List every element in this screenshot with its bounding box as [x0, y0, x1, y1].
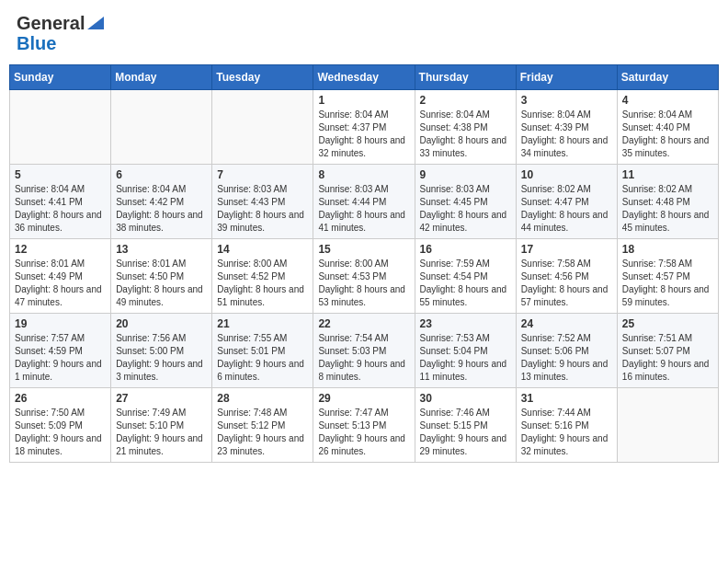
day-number: 25 [622, 317, 713, 330]
day-info: Sunrise: 8:04 AM Sunset: 4:39 PM Dayligh… [521, 109, 612, 160]
calendar-cell: 5Sunrise: 8:04 AM Sunset: 4:41 PM Daylig… [10, 165, 111, 239]
calendar-cell: 7Sunrise: 8:03 AM Sunset: 4:43 PM Daylig… [212, 165, 313, 239]
day-info: Sunrise: 7:58 AM Sunset: 4:56 PM Dayligh… [521, 258, 612, 309]
day-number: 6 [116, 168, 207, 181]
weekday-header: Friday [516, 65, 617, 90]
day-number: 26 [15, 392, 106, 405]
calendar-week-row: 5Sunrise: 8:04 AM Sunset: 4:41 PM Daylig… [10, 165, 719, 239]
calendar-cell [10, 90, 111, 165]
day-info: Sunrise: 8:03 AM Sunset: 4:45 PM Dayligh… [420, 183, 511, 235]
day-info: Sunrise: 8:04 AM Sunset: 4:38 PM Dayligh… [420, 109, 511, 160]
calendar-cell: 11Sunrise: 8:02 AM Sunset: 4:48 PM Dayli… [617, 165, 718, 239]
calendar-table: SundayMondayTuesdayWednesdayThursdayFrid… [9, 64, 719, 463]
calendar-cell: 6Sunrise: 8:04 AM Sunset: 4:42 PM Daylig… [111, 165, 212, 239]
day-info: Sunrise: 7:47 AM Sunset: 5:13 PM Dayligh… [318, 407, 409, 458]
day-number: 15 [318, 243, 409, 256]
weekday-header: Sunday [10, 65, 111, 90]
day-number: 23 [420, 317, 511, 330]
day-info: Sunrise: 8:04 AM Sunset: 4:37 PM Dayligh… [318, 109, 409, 160]
day-info: Sunrise: 7:48 AM Sunset: 5:12 PM Dayligh… [217, 407, 308, 458]
calendar-cell: 16Sunrise: 7:59 AM Sunset: 4:54 PM Dayli… [415, 239, 516, 314]
day-number: 28 [217, 392, 308, 405]
day-info: Sunrise: 8:02 AM Sunset: 4:48 PM Dayligh… [622, 183, 713, 235]
day-info: Sunrise: 8:01 AM Sunset: 4:49 PM Dayligh… [15, 258, 106, 309]
day-number: 1 [318, 94, 409, 107]
day-number: 11 [622, 168, 713, 181]
day-info: Sunrise: 7:49 AM Sunset: 5:10 PM Dayligh… [116, 407, 207, 458]
day-number: 4 [622, 94, 713, 107]
day-info: Sunrise: 7:50 AM Sunset: 5:09 PM Dayligh… [15, 407, 106, 458]
calendar-cell: 20Sunrise: 7:56 AM Sunset: 5:00 PM Dayli… [111, 314, 212, 388]
calendar-cell [617, 388, 718, 463]
calendar-week-row: 12Sunrise: 8:01 AM Sunset: 4:49 PM Dayli… [10, 239, 719, 314]
day-number: 30 [420, 392, 511, 405]
svg-marker-0 [87, 17, 104, 29]
day-info: Sunrise: 8:04 AM Sunset: 4:41 PM Dayligh… [15, 183, 106, 235]
calendar-cell: 12Sunrise: 8:01 AM Sunset: 4:49 PM Dayli… [10, 239, 111, 314]
calendar-cell: 19Sunrise: 7:57 AM Sunset: 4:59 PM Dayli… [10, 314, 111, 388]
day-number: 14 [217, 243, 308, 256]
day-number: 8 [318, 168, 409, 181]
calendar-cell: 29Sunrise: 7:47 AM Sunset: 5:13 PM Dayli… [313, 388, 415, 463]
day-info: Sunrise: 7:57 AM Sunset: 4:59 PM Dayligh… [15, 332, 106, 384]
day-number: 18 [622, 243, 713, 256]
calendar-cell: 2Sunrise: 8:04 AM Sunset: 4:38 PM Daylig… [415, 90, 516, 165]
calendar-cell: 10Sunrise: 8:02 AM Sunset: 4:47 PM Dayli… [516, 165, 617, 239]
day-info: Sunrise: 7:56 AM Sunset: 5:00 PM Dayligh… [116, 332, 207, 384]
weekday-header: Wednesday [313, 65, 415, 90]
day-number: 27 [116, 392, 207, 405]
calendar-week-row: 19Sunrise: 7:57 AM Sunset: 4:59 PM Dayli… [10, 314, 719, 388]
logo-icon [87, 13, 104, 29]
day-info: Sunrise: 8:03 AM Sunset: 4:43 PM Dayligh… [217, 183, 308, 235]
calendar-cell: 28Sunrise: 7:48 AM Sunset: 5:12 PM Dayli… [212, 388, 313, 463]
day-info: Sunrise: 7:44 AM Sunset: 5:16 PM Dayligh… [521, 407, 612, 458]
calendar-cell: 15Sunrise: 8:00 AM Sunset: 4:53 PM Dayli… [313, 239, 415, 314]
calendar-cell: 30Sunrise: 7:46 AM Sunset: 5:15 PM Dayli… [415, 388, 516, 463]
calendar-week-row: 26Sunrise: 7:50 AM Sunset: 5:09 PM Dayli… [10, 388, 719, 463]
day-info: Sunrise: 7:54 AM Sunset: 5:03 PM Dayligh… [318, 332, 409, 384]
day-info: Sunrise: 8:01 AM Sunset: 4:50 PM Dayligh… [116, 258, 207, 309]
page-header: General Blue [9, 9, 719, 57]
calendar-cell [111, 90, 212, 165]
day-number: 3 [521, 94, 612, 107]
weekday-header: Saturday [617, 65, 718, 90]
day-number: 10 [521, 168, 612, 181]
calendar-cell: 3Sunrise: 8:04 AM Sunset: 4:39 PM Daylig… [516, 90, 617, 165]
day-info: Sunrise: 7:52 AM Sunset: 5:06 PM Dayligh… [521, 332, 612, 384]
day-number: 31 [521, 392, 612, 405]
day-info: Sunrise: 7:55 AM Sunset: 5:01 PM Dayligh… [217, 332, 308, 384]
calendar-cell: 17Sunrise: 7:58 AM Sunset: 4:56 PM Dayli… [516, 239, 617, 314]
calendar-cell: 23Sunrise: 7:53 AM Sunset: 5:04 PM Dayli… [415, 314, 516, 388]
calendar-cell [212, 90, 313, 165]
day-number: 12 [15, 243, 106, 256]
day-number: 21 [217, 317, 308, 330]
weekday-header: Monday [111, 65, 212, 90]
calendar-cell: 22Sunrise: 7:54 AM Sunset: 5:03 PM Dayli… [313, 314, 415, 388]
calendar-cell: 31Sunrise: 7:44 AM Sunset: 5:16 PM Dayli… [516, 388, 617, 463]
day-number: 24 [521, 317, 612, 330]
day-info: Sunrise: 8:04 AM Sunset: 4:42 PM Dayligh… [116, 183, 207, 235]
day-number: 19 [15, 317, 106, 330]
calendar-cell: 4Sunrise: 8:04 AM Sunset: 4:40 PM Daylig… [617, 90, 718, 165]
calendar-cell: 8Sunrise: 8:03 AM Sunset: 4:44 PM Daylig… [313, 165, 415, 239]
weekday-header: Thursday [415, 65, 516, 90]
day-number: 5 [15, 168, 106, 181]
calendar-cell: 27Sunrise: 7:49 AM Sunset: 5:10 PM Dayli… [111, 388, 212, 463]
day-number: 16 [420, 243, 511, 256]
day-info: Sunrise: 8:02 AM Sunset: 4:47 PM Dayligh… [521, 183, 612, 235]
calendar-cell: 24Sunrise: 7:52 AM Sunset: 5:06 PM Dayli… [516, 314, 617, 388]
day-number: 29 [318, 392, 409, 405]
day-info: Sunrise: 8:00 AM Sunset: 4:53 PM Dayligh… [318, 258, 409, 309]
calendar-cell: 21Sunrise: 7:55 AM Sunset: 5:01 PM Dayli… [212, 314, 313, 388]
day-number: 20 [116, 317, 207, 330]
day-info: Sunrise: 7:58 AM Sunset: 4:57 PM Dayligh… [622, 258, 713, 309]
day-info: Sunrise: 7:53 AM Sunset: 5:04 PM Dayligh… [420, 332, 511, 384]
day-number: 17 [521, 243, 612, 256]
calendar-cell: 14Sunrise: 8:00 AM Sunset: 4:52 PM Dayli… [212, 239, 313, 314]
day-info: Sunrise: 7:59 AM Sunset: 4:54 PM Dayligh… [420, 258, 511, 309]
day-info: Sunrise: 8:03 AM Sunset: 4:44 PM Dayligh… [318, 183, 409, 235]
day-number: 13 [116, 243, 207, 256]
weekday-header-row: SundayMondayTuesdayWednesdayThursdayFrid… [10, 65, 719, 90]
logo-blue-text: Blue [17, 33, 56, 53]
calendar-cell: 25Sunrise: 7:51 AM Sunset: 5:07 PM Dayli… [617, 314, 718, 388]
